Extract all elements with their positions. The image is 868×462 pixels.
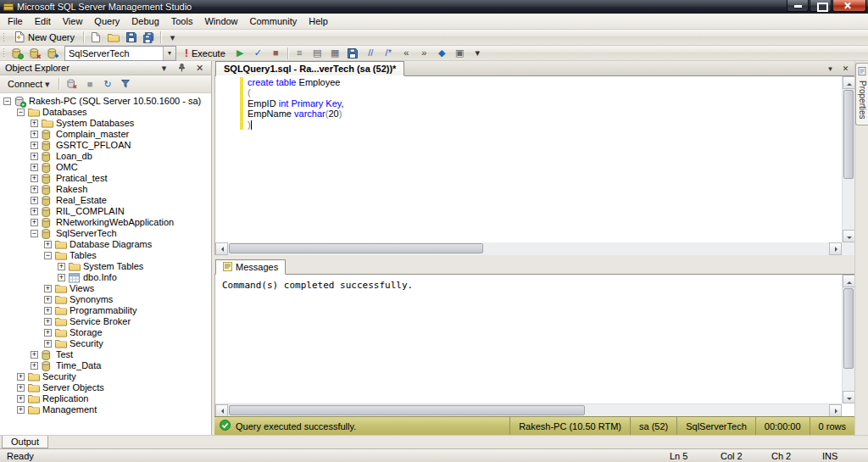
output-tab[interactable]: Output — [2, 436, 48, 448]
tree-node[interactable]: +Management — [0, 404, 211, 415]
doc-icon[interactable] — [86, 31, 104, 45]
tree-node[interactable]: +Rakesh — [0, 184, 211, 195]
minimize-button[interactable] — [787, 0, 809, 12]
active-files-chevron-icon[interactable]: ▾ — [824, 63, 837, 74]
expand-toggle-icon[interactable]: + — [44, 318, 52, 326]
expand-toggle-icon[interactable]: + — [44, 307, 52, 314]
connect-icon[interactable] — [8, 46, 26, 60]
tree-node[interactable]: +Test — [0, 349, 211, 360]
messages-horizontal-scrollbar[interactable] — [215, 404, 842, 416]
available-databases-dropdown[interactable]: SqlServerTech ▾ — [64, 46, 176, 61]
tree-node[interactable]: +System Databases — [0, 118, 211, 129]
tree-node[interactable]: +OMC — [0, 162, 211, 173]
results-file-icon[interactable] — [344, 46, 362, 60]
debug-icon[interactable]: ▶ — [231, 46, 249, 60]
intellisense-icon[interactable]: ◆ — [433, 46, 451, 60]
tree-node[interactable]: +Replication — [0, 393, 211, 404]
collapse-toggle-icon[interactable]: − — [3, 97, 11, 105]
scroll-right-icon[interactable] — [829, 404, 842, 416]
tree-node[interactable]: +System Tables — [0, 261, 211, 272]
connect-button[interactable]: Connect ▾ — [3, 77, 54, 92]
expand-toggle-icon[interactable]: + — [31, 362, 38, 370]
menu-edit[interactable]: Edit — [29, 14, 57, 30]
tree-node[interactable]: +dbo.Info — [0, 272, 211, 283]
expand-toggle-icon[interactable]: + — [44, 285, 52, 292]
disconnect-icon[interactable] — [26, 46, 44, 60]
snippets-icon[interactable]: ▣ — [451, 46, 469, 60]
new-query-button[interactable]: New Query — [8, 31, 81, 45]
menu-debug[interactable]: Debug — [125, 14, 164, 30]
scrollbar-track[interactable] — [228, 242, 829, 255]
expand-toggle-icon[interactable]: + — [31, 208, 38, 215]
expand-toggle-icon[interactable]: + — [17, 373, 25, 381]
tree-node[interactable]: +Synonyms — [0, 294, 211, 305]
tree-node[interactable]: +Pratical_test — [0, 173, 211, 184]
tree-node[interactable]: +RIL_COMPLAIN — [0, 206, 211, 217]
refresh-icon[interactable]: ↻ — [99, 77, 117, 92]
menu-tools[interactable]: Tools — [165, 14, 199, 30]
tree-node[interactable]: +Security — [0, 371, 211, 382]
scrollbar-thumb[interactable] — [229, 405, 585, 415]
collapse-toggle-icon[interactable]: − — [17, 109, 25, 116]
expand-toggle-icon[interactable]: + — [17, 384, 25, 392]
expand-toggle-icon[interactable]: + — [31, 142, 38, 149]
expand-toggle-icon[interactable]: + — [58, 263, 65, 270]
open-folder-icon[interactable] — [104, 31, 122, 45]
stop-process-icon[interactable]: ■ — [81, 77, 99, 92]
tree-node[interactable]: −Rakesh-PC (SQL Server 10.50.1600 - sa) — [0, 96, 211, 107]
pin-icon[interactable] — [173, 61, 191, 75]
uncomment-icon[interactable]: /* — [380, 46, 398, 60]
tree-node[interactable]: +Loan_db — [0, 151, 211, 162]
menu-query[interactable]: Query — [88, 14, 125, 30]
expand-toggle-icon[interactable]: + — [44, 329, 52, 337]
expand-toggle-icon[interactable]: + — [17, 395, 25, 403]
tree-node[interactable]: +Security — [0, 338, 211, 349]
comment-icon[interactable]: // — [362, 46, 380, 60]
tree-node[interactable]: −Tables — [0, 250, 211, 261]
collapse-toggle-icon[interactable]: − — [44, 252, 52, 259]
toolbar-grip[interactable] — [3, 32, 5, 43]
expand-toggle-icon[interactable]: + — [31, 164, 38, 171]
tree-node[interactable]: +Complain_master — [0, 129, 211, 140]
tree-node[interactable]: +Server Objects — [0, 382, 211, 393]
expand-toggle-icon[interactable]: + — [31, 175, 38, 182]
execute-button[interactable]: ! Execute — [179, 46, 231, 60]
sqlcmd-icon[interactable]: ≡ — [291, 46, 309, 60]
expand-toggle-icon[interactable]: + — [44, 241, 52, 248]
expand-toggle-icon[interactable]: + — [31, 186, 38, 193]
save-icon[interactable] — [122, 31, 140, 45]
outdent-icon[interactable]: « — [398, 46, 415, 60]
scroll-up-icon[interactable] — [843, 76, 854, 89]
menu-help[interactable]: Help — [303, 14, 334, 30]
menu-window[interactable]: Window — [198, 14, 243, 30]
tree-node[interactable]: +Views — [0, 283, 211, 294]
tree-node[interactable]: +Programmability — [0, 305, 211, 316]
editor-vertical-scrollbar[interactable] — [842, 76, 854, 242]
chevron-down-icon[interactable]: ▾ — [155, 61, 173, 75]
tree-node[interactable]: −Databases — [0, 107, 211, 118]
menu-file[interactable]: File — [2, 14, 29, 30]
menu-view[interactable]: View — [57, 14, 89, 30]
close-tab-icon[interactable]: ✕ — [839, 63, 852, 74]
close-icon[interactable]: ✕ — [191, 61, 209, 75]
expand-toggle-icon[interactable]: + — [31, 197, 38, 204]
indent-icon[interactable]: » — [415, 46, 433, 60]
scrollbar-track[interactable] — [228, 404, 829, 416]
scrollbar-thumb[interactable] — [229, 243, 483, 253]
collapse-toggle-icon[interactable]: − — [31, 230, 38, 237]
properties-tab[interactable]: Properties — [855, 63, 868, 125]
expand-toggle-icon[interactable]: + — [44, 340, 52, 348]
tree-node[interactable]: +Service Broker — [0, 316, 211, 327]
filter-icon[interactable] — [117, 77, 135, 92]
dropdown-arrow-icon[interactable]: ▾ — [163, 47, 175, 60]
tree-node[interactable]: +Storage — [0, 327, 211, 338]
scrollbar-thumb[interactable] — [843, 90, 854, 179]
maximize-button[interactable] — [810, 0, 832, 12]
sql-editor[interactable]: create table Employee(EmpID int Primary … — [214, 76, 854, 242]
close-button[interactable] — [832, 0, 866, 12]
scroll-left-icon[interactable] — [215, 242, 228, 255]
save-all-icon[interactable] — [140, 31, 158, 45]
scrollbar-thumb[interactable] — [843, 288, 854, 369]
tree-node[interactable]: +RNetworkingWebApplication — [0, 217, 211, 228]
sql-document-tab[interactable]: SQLQuery1.sql - Ra...verTech (sa (52))* — [215, 61, 404, 76]
